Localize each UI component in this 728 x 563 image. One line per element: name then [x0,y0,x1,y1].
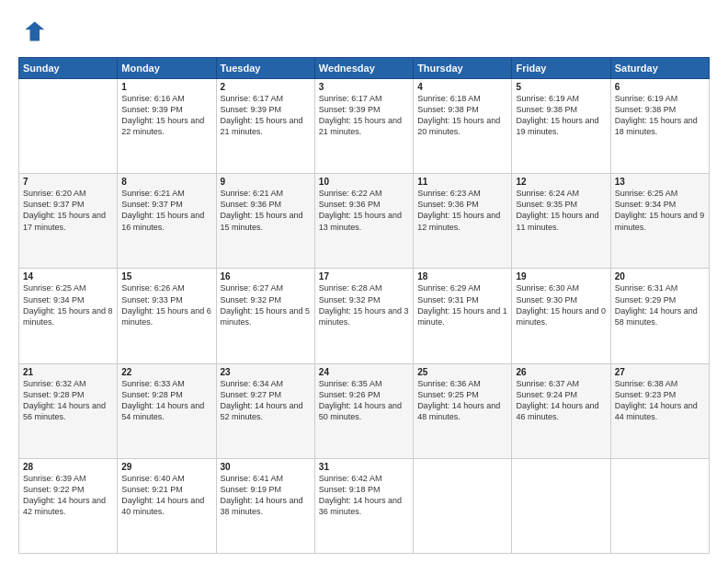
day-content: Sunrise: 6:21 AM Sunset: 9:36 PM Dayligh… [221,188,311,233]
week-row-3: 21Sunrise: 6:32 AM Sunset: 9:28 PM Dayli… [19,363,710,458]
day-content: Sunrise: 6:41 AM Sunset: 9:19 PM Dayligh… [221,473,311,518]
day-number: 9 [221,177,311,187]
calendar-cell: 20Sunrise: 6:31 AM Sunset: 9:29 PM Dayli… [610,269,709,363]
calendar-cell [19,79,118,174]
day-content: Sunrise: 6:19 AM Sunset: 9:38 PM Dayligh… [615,93,705,138]
day-content: Sunrise: 6:26 AM Sunset: 9:33 PM Dayligh… [121,282,211,327]
calendar-cell: 1Sunrise: 6:16 AM Sunset: 9:39 PM Daylig… [118,79,216,174]
calendar-cell: 24Sunrise: 6:35 AM Sunset: 9:26 PM Dayli… [314,363,413,458]
day-content: Sunrise: 6:18 AM Sunset: 9:38 PM Dayligh… [417,93,507,138]
day-content: Sunrise: 6:17 AM Sunset: 9:39 PM Dayligh… [221,93,311,138]
day-number: 8 [121,177,211,187]
calendar-cell: 4Sunrise: 6:18 AM Sunset: 9:38 PM Daylig… [414,79,512,174]
calendar-cell: 31Sunrise: 6:42 AM Sunset: 9:18 PM Dayli… [314,458,413,553]
day-number: 7 [23,177,113,187]
svg-marker-0 [25,22,44,41]
day-number: 6 [615,82,705,92]
header-day-saturday: Saturday [610,58,709,79]
calendar-cell: 10Sunrise: 6:22 AM Sunset: 9:36 PM Dayli… [314,174,413,269]
day-number: 12 [516,177,606,187]
day-content: Sunrise: 6:29 AM Sunset: 9:31 PM Dayligh… [417,282,507,327]
calendar-cell: 14Sunrise: 6:25 AM Sunset: 9:34 PM Dayli… [19,269,118,363]
day-number: 27 [615,367,705,377]
day-content: Sunrise: 6:19 AM Sunset: 9:38 PM Dayligh… [516,93,606,138]
calendar-cell [610,458,709,553]
week-row-2: 14Sunrise: 6:25 AM Sunset: 9:34 PM Dayli… [19,269,710,363]
calendar-cell: 6Sunrise: 6:19 AM Sunset: 9:38 PM Daylig… [610,79,709,174]
header-day-thursday: Thursday [414,58,512,79]
day-number: 23 [221,367,311,377]
calendar-header-row: SundayMondayTuesdayWednesdayThursdayFrid… [19,58,710,79]
day-content: Sunrise: 6:36 AM Sunset: 9:25 PM Dayligh… [417,378,507,423]
day-content: Sunrise: 6:33 AM Sunset: 9:28 PM Dayligh… [121,378,211,423]
calendar-cell: 27Sunrise: 6:38 AM Sunset: 9:23 PM Dayli… [610,363,709,458]
calendar-cell: 18Sunrise: 6:29 AM Sunset: 9:31 PM Dayli… [414,269,512,363]
calendar-cell: 19Sunrise: 6:30 AM Sunset: 9:30 PM Dayli… [512,269,610,363]
calendar-cell: 15Sunrise: 6:26 AM Sunset: 9:33 PM Dayli… [118,269,216,363]
week-row-1: 7Sunrise: 6:20 AM Sunset: 9:37 PM Daylig… [19,174,710,269]
day-content: Sunrise: 6:40 AM Sunset: 9:21 PM Dayligh… [121,473,211,518]
day-number: 29 [121,462,211,472]
calendar-cell: 21Sunrise: 6:32 AM Sunset: 9:28 PM Dayli… [19,363,118,458]
day-number: 10 [319,177,409,187]
day-number: 16 [221,271,311,282]
day-number: 24 [319,367,409,377]
day-number: 3 [319,82,409,92]
day-number: 26 [516,367,606,377]
calendar-cell: 2Sunrise: 6:17 AM Sunset: 9:39 PM Daylig… [216,79,314,174]
day-content: Sunrise: 6:25 AM Sunset: 9:34 PM Dayligh… [615,188,705,233]
calendar-cell: 13Sunrise: 6:25 AM Sunset: 9:34 PM Dayli… [610,174,709,269]
day-content: Sunrise: 6:34 AM Sunset: 9:27 PM Dayligh… [221,378,311,423]
day-number: 1 [121,82,211,92]
calendar-cell: 3Sunrise: 6:17 AM Sunset: 9:39 PM Daylig… [314,79,413,174]
calendar-cell: 11Sunrise: 6:23 AM Sunset: 9:36 PM Dayli… [414,174,512,269]
day-number: 21 [23,367,113,377]
day-content: Sunrise: 6:25 AM Sunset: 9:34 PM Dayligh… [23,282,113,327]
header-day-friday: Friday [512,58,610,79]
calendar-cell [414,458,512,553]
calendar-cell: 16Sunrise: 6:27 AM Sunset: 9:32 PM Dayli… [216,269,314,363]
day-content: Sunrise: 6:39 AM Sunset: 9:22 PM Dayligh… [23,473,113,518]
day-number: 2 [221,82,311,92]
calendar-cell: 25Sunrise: 6:36 AM Sunset: 9:25 PM Dayli… [414,363,512,458]
calendar-cell: 26Sunrise: 6:37 AM Sunset: 9:24 PM Dayli… [512,363,610,458]
header-day-monday: Monday [118,58,216,79]
day-content: Sunrise: 6:37 AM Sunset: 9:24 PM Dayligh… [516,378,606,423]
day-content: Sunrise: 6:42 AM Sunset: 9:18 PM Dayligh… [319,473,409,518]
day-number: 5 [516,82,606,92]
calendar-cell [512,458,610,553]
day-number: 28 [23,462,113,472]
day-number: 22 [121,367,211,377]
day-content: Sunrise: 6:31 AM Sunset: 9:29 PM Dayligh… [615,282,705,327]
calendar-cell: 12Sunrise: 6:24 AM Sunset: 9:35 PM Dayli… [512,174,610,269]
calendar-cell: 17Sunrise: 6:28 AM Sunset: 9:32 PM Dayli… [314,269,413,363]
logo-icon [20,18,46,44]
day-content: Sunrise: 6:28 AM Sunset: 9:32 PM Dayligh… [319,282,409,327]
logo [18,18,50,48]
week-row-0: 1Sunrise: 6:16 AM Sunset: 9:39 PM Daylig… [19,79,710,174]
day-content: Sunrise: 6:30 AM Sunset: 9:30 PM Dayligh… [516,282,606,327]
header-day-wednesday: Wednesday [314,58,413,79]
day-number: 15 [121,271,211,282]
day-content: Sunrise: 6:20 AM Sunset: 9:37 PM Dayligh… [23,188,113,233]
header [18,15,710,48]
day-number: 11 [417,177,507,187]
day-content: Sunrise: 6:22 AM Sunset: 9:36 PM Dayligh… [319,188,409,233]
calendar-cell: 28Sunrise: 6:39 AM Sunset: 9:22 PM Dayli… [19,458,118,553]
day-number: 19 [516,271,606,282]
day-content: Sunrise: 6:17 AM Sunset: 9:39 PM Dayligh… [319,93,409,138]
day-number: 31 [319,462,409,472]
calendar-cell: 29Sunrise: 6:40 AM Sunset: 9:21 PM Dayli… [118,458,216,553]
day-content: Sunrise: 6:27 AM Sunset: 9:32 PM Dayligh… [221,282,311,327]
day-content: Sunrise: 6:35 AM Sunset: 9:26 PM Dayligh… [319,378,409,423]
day-number: 20 [615,271,705,282]
day-number: 13 [615,177,705,187]
calendar-cell: 5Sunrise: 6:19 AM Sunset: 9:38 PM Daylig… [512,79,610,174]
day-content: Sunrise: 6:24 AM Sunset: 9:35 PM Dayligh… [516,188,606,233]
header-day-sunday: Sunday [19,58,118,79]
day-number: 25 [417,367,507,377]
week-row-4: 28Sunrise: 6:39 AM Sunset: 9:22 PM Dayli… [19,458,710,553]
day-number: 17 [319,271,409,282]
calendar-cell: 7Sunrise: 6:20 AM Sunset: 9:37 PM Daylig… [19,174,118,269]
header-day-tuesday: Tuesday [216,58,314,79]
